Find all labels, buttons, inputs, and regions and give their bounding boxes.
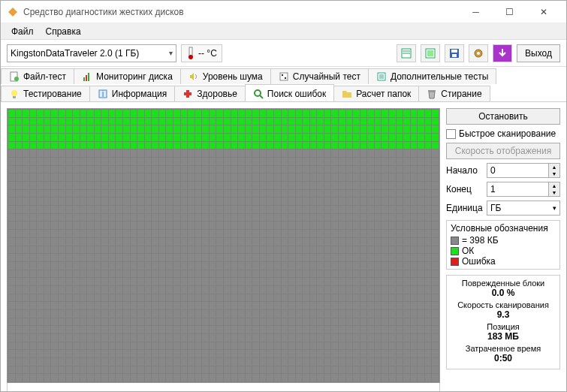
start-label: Начало [446, 165, 484, 176]
toolbar-btn-2[interactable] [421, 44, 440, 62]
tab-random-test[interactable]: Случайный тест [270, 68, 369, 84]
unit-label: Единица [446, 203, 484, 213]
svg-rect-13 [86, 75, 87, 81]
svg-point-1 [188, 55, 193, 59]
svg-rect-4 [427, 50, 433, 56]
legend-title: Условные обозначения [451, 223, 556, 234]
status-bar [7, 383, 440, 392]
spin-down-icon[interactable]: ▼ [549, 170, 559, 177]
download-icon[interactable] [493, 44, 512, 62]
list-icon [376, 71, 387, 82]
scan-block-grid [7, 108, 440, 383]
dice-icon [279, 71, 289, 82]
spin-up-icon[interactable]: ▲ [549, 182, 559, 189]
svg-text:i: i [101, 89, 104, 99]
stop-button[interactable]: Остановить [446, 108, 560, 125]
svg-rect-15 [280, 73, 288, 80]
display-speed-button: Скорость отображения [446, 143, 560, 159]
svg-point-25 [255, 90, 261, 96]
bulb-icon [9, 89, 20, 99]
svg-rect-14 [88, 73, 89, 81]
speaker-icon [188, 71, 199, 82]
svg-rect-20 [13, 96, 16, 98]
minimize-button[interactable]: ─ [459, 2, 493, 23]
svg-rect-12 [83, 77, 85, 81]
toolbar-btn-1[interactable] [397, 44, 416, 62]
tab-health[interactable]: Здоровье [174, 86, 246, 101]
thermometer-icon [186, 47, 195, 60]
menu-help[interactable]: Справка [40, 25, 87, 38]
close-button[interactable]: ✕ [526, 2, 560, 23]
file-icon [9, 71, 20, 82]
legend-swatch-red [451, 258, 459, 266]
svg-rect-26 [428, 90, 436, 92]
end-input[interactable]: 1▲▼ [487, 182, 560, 197]
svg-rect-24 [184, 92, 192, 95]
svg-point-17 [285, 77, 286, 79]
tab-disk-monitor[interactable]: Мониторинг диска [74, 68, 181, 84]
stats-box: Поврежденные блоки 0.0 % Скорость сканир… [446, 275, 560, 369]
unit-select[interactable]: ГБ▾ [487, 201, 560, 216]
chevron-down-icon: ▾ [169, 49, 173, 57]
tab-testing[interactable]: Тестирование [1, 86, 90, 101]
app-icon [7, 6, 19, 18]
info-icon: i [98, 89, 108, 99]
spin-up-icon[interactable]: ▲ [549, 164, 559, 170]
content-area: Остановить Быстрое сканирование Скорость… [1, 102, 566, 392]
maximize-button[interactable]: ☐ [493, 2, 526, 23]
svg-rect-6 [451, 50, 457, 53]
svg-point-9 [477, 52, 480, 55]
trash-icon [427, 89, 437, 99]
tab-folder-calc[interactable]: Расчет папок [333, 86, 419, 101]
window-title: Средство диагностики жестких дисков [23, 7, 459, 17]
tab-erase[interactable]: Стирание [418, 86, 490, 101]
temperature-value: -- °C [198, 48, 217, 59]
chevron-down-icon: ▾ [553, 204, 556, 212]
spin-down-icon[interactable]: ▼ [549, 189, 559, 196]
gear-icon[interactable] [469, 44, 488, 62]
magnifier-icon [253, 89, 264, 99]
svg-point-19 [11, 90, 17, 96]
quick-scan-row[interactable]: Быстрое сканирование [446, 128, 560, 139]
tab-noise-level[interactable]: Уровень шума [180, 68, 271, 84]
tab-container: Файл-тест Мониторинг диска Уровень шума … [1, 67, 566, 102]
legend-box: Условные обозначения = 398 КБ ОК Ошибка [446, 220, 560, 270]
legend-swatch-grey [451, 237, 459, 245]
drive-select-value: KingstonDataTraveler 2.0 (1 ГБ) [11, 48, 169, 59]
start-input[interactable]: 0▲▼ [487, 163, 560, 178]
folder-icon [342, 89, 352, 99]
end-label: Конец [446, 184, 484, 194]
title-bar: Средство диагностики жестких дисков ─ ☐ … [1, 1, 566, 23]
svg-rect-7 [452, 54, 457, 57]
menu-bar: Файл Справка [1, 23, 566, 40]
tab-error-scan[interactable]: Поиск ошибок [245, 84, 334, 101]
temperature-display: -- °C [181, 44, 222, 62]
menu-file[interactable]: Файл [5, 25, 40, 38]
tab-extra-tests[interactable]: Дополнительные тесты [368, 68, 496, 84]
drive-select[interactable]: KingstonDataTraveler 2.0 (1 ГБ) ▾ [7, 44, 176, 62]
chart-icon [82, 71, 92, 82]
svg-point-16 [282, 74, 283, 76]
exit-button[interactable]: Выход [517, 44, 560, 62]
main-toolbar: KingstonDataTraveler 2.0 (1 ГБ) ▾ -- °C … [1, 40, 566, 67]
quick-scan-label: Быстрое сканирование [459, 128, 556, 139]
tab-info[interactable]: iИнформация [89, 86, 175, 101]
save-icon[interactable] [445, 44, 464, 62]
quick-scan-checkbox[interactable] [446, 129, 456, 139]
health-icon [182, 89, 193, 99]
tab-file-test[interactable]: Файл-тест [1, 68, 74, 84]
legend-swatch-green [451, 247, 459, 255]
svg-point-11 [14, 77, 19, 81]
side-panel: Остановить Быстрое сканирование Скорость… [446, 108, 560, 392]
